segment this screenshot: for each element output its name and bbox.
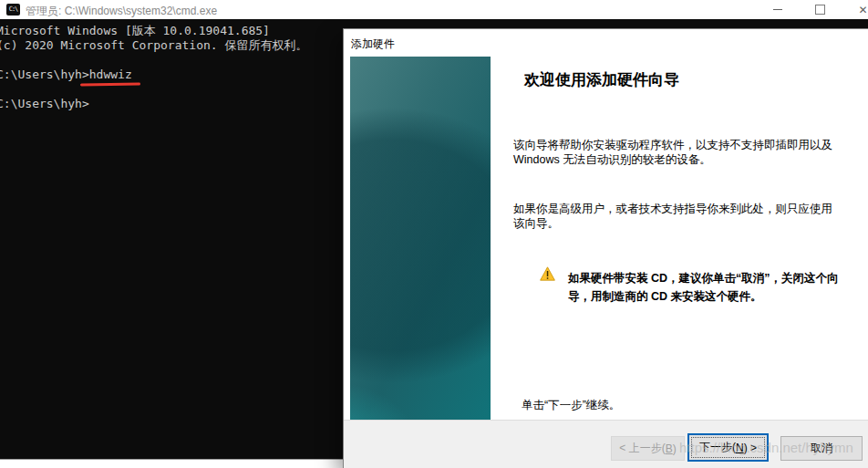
back-button-accesskey: B — [666, 442, 673, 455]
next-button[interactable]: 下一步(N) > — [687, 433, 769, 462]
back-button-label-post: ) — [673, 442, 677, 455]
intro-line-1: 该向导将帮助你安装驱动程序软件，以支持不支持即插即用以及 — [513, 138, 832, 152]
warning-triangle-icon — [540, 266, 555, 281]
wizard-footer: < 上一步(B) 下一步(N) > 取消 — [344, 420, 868, 468]
warning-line-2: 导，用制造商的 CD 来安装这个硬件。 — [568, 287, 839, 306]
cancel-button-label: 取消 — [811, 441, 832, 456]
cmd-window-controls: ✕ — [756, 0, 868, 19]
cmd-titlebar[interactable]: C:\ 管理员: C:\Windows\system32\cmd.exe ✕ — [0, 0, 868, 19]
wizard-advanced-paragraph: 如果你是高级用户，或者技术支持指导你来到此处，则只应使用 该向导。 — [513, 202, 832, 231]
terminal-text: Microsoft Windows [版本 10.0.19041.685] (c… — [0, 24, 307, 111]
warning-line-1: 如果硬件带安装 CD，建议你单击“取消”，关闭这个向 — [568, 269, 839, 287]
cmd-window-title: 管理员: C:\Windows\system32\cmd.exe — [26, 4, 217, 19]
wizard-title: 添加硬件 — [351, 36, 395, 52]
next-button-label: 下一步( — [699, 440, 736, 455]
close-icon: ✕ — [858, 5, 867, 16]
wizard-warning-text: 如果硬件带安装 CD，建议你单击“取消”，关闭这个向 导，用制造商的 CD 来安… — [568, 269, 839, 306]
minimize-button[interactable] — [756, 0, 799, 19]
wizard-sidebar-image — [350, 57, 491, 420]
continue-hint: 单击“下一步”继续。 — [522, 398, 620, 413]
minimize-icon — [773, 9, 782, 10]
advanced-line-2: 该向导。 — [513, 216, 832, 231]
back-button-label: < 上一步( — [619, 441, 665, 456]
cancel-button[interactable]: 取消 — [780, 436, 863, 461]
wizard-intro-paragraph: 该向导将帮助你安装驱动程序软件，以支持不支持即插即用以及 Windows 无法自… — [513, 138, 832, 167]
cmd-icon: C:\ — [6, 4, 20, 16]
back-button[interactable]: < 上一步(B) — [611, 436, 685, 461]
maximize-icon — [815, 5, 825, 15]
wizard-heading: 欢迎使用添加硬件向导 — [524, 69, 679, 90]
intro-line-2: Windows 无法自动识别的较老的设备。 — [513, 152, 832, 167]
close-button[interactable]: ✕ — [842, 0, 868, 19]
advanced-line-1: 如果你是高级用户，或者技术支持指导你来到此处，则只应使用 — [513, 202, 832, 216]
next-button-label-post: ) > — [744, 442, 757, 454]
maximize-button[interactable] — [799, 0, 842, 19]
wizard-titlebar[interactable]: 添加硬件 — [344, 29, 868, 57]
add-hardware-wizard-dialog: 添加硬件 欢迎使用添加硬件向导 该向导将帮助你安装驱动程序软件，以支持不支持即插… — [343, 28, 868, 468]
next-button-accesskey: N — [736, 442, 744, 454]
